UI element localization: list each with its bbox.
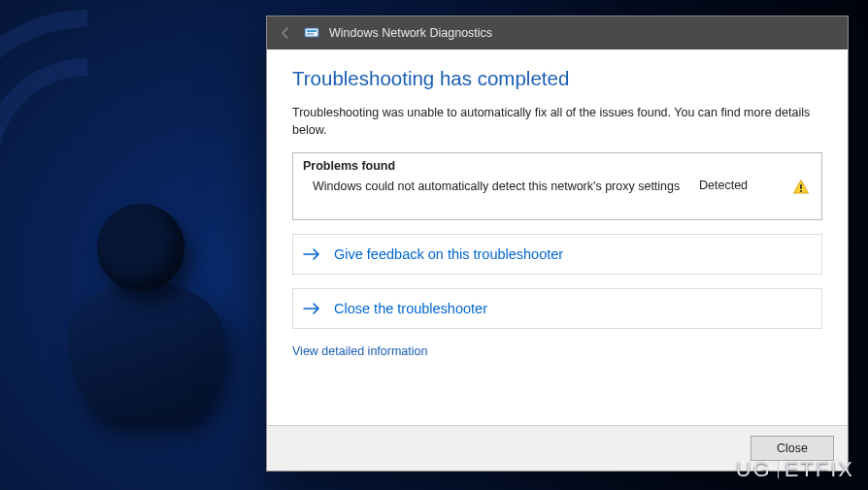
svg-point-4 bbox=[800, 190, 802, 192]
warning-icon bbox=[790, 179, 812, 196]
titlebar: Windows Network Diagnostics bbox=[267, 16, 848, 49]
give-feedback-action[interactable]: Give feedback on this troubleshooter bbox=[292, 234, 822, 275]
svg-rect-3 bbox=[800, 184, 802, 189]
svg-rect-2 bbox=[307, 33, 314, 35]
figure-body-icon bbox=[68, 281, 223, 417]
window-title: Windows Network Diagnostics bbox=[329, 26, 838, 40]
problem-description: Windows could not automatically detect t… bbox=[303, 179, 685, 196]
figure-head-icon bbox=[97, 204, 184, 291]
background-stage: Windows Network Diagnostics Troubleshoot… bbox=[0, 0, 868, 490]
watermark-text: FIX bbox=[816, 457, 854, 481]
arrow-left-icon bbox=[279, 26, 292, 40]
problems-found-box: Problems found Windows could not automat… bbox=[292, 152, 822, 220]
app-icon bbox=[304, 25, 319, 41]
problem-status: Detected bbox=[699, 179, 777, 192]
view-detailed-information-link[interactable]: View detailed information bbox=[292, 344, 822, 358]
svg-rect-1 bbox=[307, 30, 317, 32]
watermark: UGETFIX bbox=[736, 457, 854, 482]
problem-row: Windows could not automatically detect t… bbox=[303, 179, 812, 196]
close-troubleshooter-action[interactable]: Close the troubleshooter bbox=[292, 288, 822, 329]
troubleshooter-dialog: Windows Network Diagnostics Troubleshoot… bbox=[266, 16, 849, 472]
page-title: Troubleshooting has completed bbox=[292, 67, 822, 90]
svg-rect-0 bbox=[305, 28, 318, 37]
arrow-right-icon bbox=[303, 302, 322, 315]
watermark-text: ET bbox=[785, 457, 816, 481]
problems-found-header: Problems found bbox=[303, 159, 812, 173]
give-feedback-label: Give feedback on this troubleshooter bbox=[334, 246, 563, 262]
close-troubleshooter-label: Close the troubleshooter bbox=[334, 301, 487, 316]
dialog-content: Troubleshooting has completed Troublesho… bbox=[267, 49, 848, 425]
result-summary-text: Troubleshooting was unable to automatica… bbox=[292, 104, 822, 139]
pipe-icon bbox=[778, 461, 779, 478]
watermark-text: UG bbox=[736, 457, 772, 481]
arrow-right-icon bbox=[303, 247, 322, 261]
back-button[interactable] bbox=[277, 24, 294, 42]
